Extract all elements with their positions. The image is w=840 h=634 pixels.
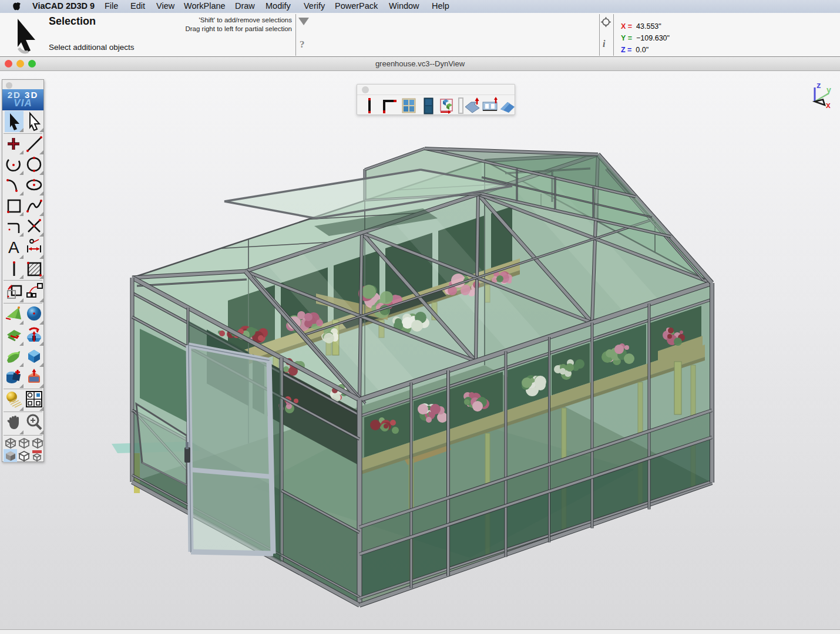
svg-text:A: A xyxy=(8,238,19,257)
svg-text:y: y xyxy=(826,85,831,95)
svg-text:z: z xyxy=(817,80,821,90)
svg-text:x: x xyxy=(826,100,831,109)
